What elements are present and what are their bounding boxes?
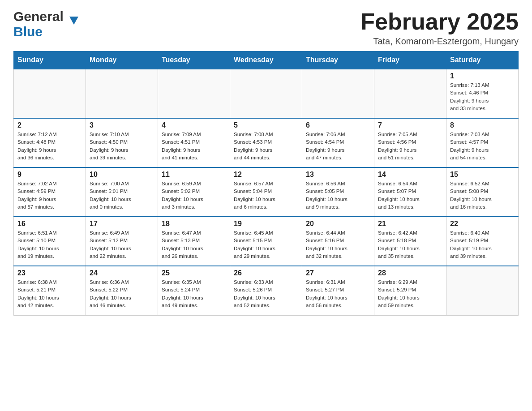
table-row: 11Sunrise: 6:59 AM Sunset: 5:02 PM Dayli… <box>158 167 230 217</box>
day-info: Sunrise: 6:45 AM Sunset: 5:15 PM Dayligh… <box>234 229 298 260</box>
table-row: 17Sunrise: 6:49 AM Sunset: 5:12 PM Dayli… <box>86 217 158 266</box>
day-number: 10 <box>90 171 154 179</box>
col-wednesday: Wednesday <box>230 51 302 69</box>
day-info: Sunrise: 6:57 AM Sunset: 5:04 PM Dayligh… <box>234 180 298 211</box>
logo-triangle-icon <box>69 17 78 25</box>
day-number: 3 <box>90 121 154 129</box>
day-info: Sunrise: 7:09 AM Sunset: 4:51 PM Dayligh… <box>162 131 226 162</box>
day-info: Sunrise: 6:49 AM Sunset: 5:12 PM Dayligh… <box>90 229 154 260</box>
day-number: 15 <box>450 171 515 179</box>
day-number: 4 <box>162 121 226 129</box>
table-row: 27Sunrise: 6:31 AM Sunset: 5:27 PM Dayli… <box>302 266 374 315</box>
col-sunday: Sunday <box>14 51 86 69</box>
table-row: 23Sunrise: 6:38 AM Sunset: 5:21 PM Dayli… <box>14 266 86 315</box>
table-row: 3Sunrise: 7:10 AM Sunset: 4:50 PM Daylig… <box>86 118 158 167</box>
day-info: Sunrise: 6:59 AM Sunset: 5:02 PM Dayligh… <box>162 180 226 211</box>
table-row: 26Sunrise: 6:33 AM Sunset: 5:26 PM Dayli… <box>230 266 302 315</box>
logo-blue-text: Blue <box>13 24 43 39</box>
table-row: 4Sunrise: 7:09 AM Sunset: 4:51 PM Daylig… <box>158 118 230 167</box>
day-number: 17 <box>90 220 154 228</box>
day-info: Sunrise: 6:40 AM Sunset: 5:19 PM Dayligh… <box>450 229 515 260</box>
day-info: Sunrise: 7:05 AM Sunset: 4:56 PM Dayligh… <box>378 131 442 162</box>
day-number: 1 <box>450 72 515 80</box>
table-row: 21Sunrise: 6:42 AM Sunset: 5:18 PM Dayli… <box>374 217 446 266</box>
day-number: 18 <box>162 220 226 228</box>
day-info: Sunrise: 7:00 AM Sunset: 5:01 PM Dayligh… <box>90 180 154 211</box>
table-row <box>158 69 230 118</box>
day-info: Sunrise: 6:36 AM Sunset: 5:22 PM Dayligh… <box>90 278 154 309</box>
title-area: February 2025 Tata, Komarom-Esztergom, H… <box>360 9 519 47</box>
table-row: 1Sunrise: 7:13 AM Sunset: 4:46 PM Daylig… <box>446 69 519 118</box>
day-info: Sunrise: 7:06 AM Sunset: 4:54 PM Dayligh… <box>306 131 370 162</box>
day-info: Sunrise: 6:35 AM Sunset: 5:24 PM Dayligh… <box>162 278 226 309</box>
col-monday: Monday <box>86 51 158 69</box>
month-year-title: February 2025 <box>360 9 519 34</box>
day-number: 22 <box>450 220 515 228</box>
table-row: 20Sunrise: 6:44 AM Sunset: 5:16 PM Dayli… <box>302 217 374 266</box>
table-row: 2Sunrise: 7:12 AM Sunset: 4:48 PM Daylig… <box>14 118 86 167</box>
table-row: 13Sunrise: 6:56 AM Sunset: 5:05 PM Dayli… <box>302 167 374 217</box>
table-row: 14Sunrise: 6:54 AM Sunset: 5:07 PM Dayli… <box>374 167 446 217</box>
day-number: 20 <box>306 220 370 228</box>
calendar-week-row: 23Sunrise: 6:38 AM Sunset: 5:21 PM Dayli… <box>14 266 519 315</box>
table-row: 10Sunrise: 7:00 AM Sunset: 5:01 PM Dayli… <box>86 167 158 217</box>
day-number: 27 <box>306 269 370 277</box>
day-number: 26 <box>234 269 298 277</box>
day-number: 21 <box>378 220 442 228</box>
table-row <box>302 69 374 118</box>
day-info: Sunrise: 7:12 AM Sunset: 4:48 PM Dayligh… <box>17 131 82 162</box>
table-row <box>86 69 158 118</box>
table-row: 24Sunrise: 6:36 AM Sunset: 5:22 PM Dayli… <box>86 266 158 315</box>
day-info: Sunrise: 6:33 AM Sunset: 5:26 PM Dayligh… <box>234 278 298 309</box>
day-info: Sunrise: 7:10 AM Sunset: 4:50 PM Dayligh… <box>90 131 154 162</box>
day-number: 19 <box>234 220 298 228</box>
table-row: 19Sunrise: 6:45 AM Sunset: 5:15 PM Dayli… <box>230 217 302 266</box>
table-row <box>374 69 446 118</box>
calendar-week-row: 16Sunrise: 6:51 AM Sunset: 5:10 PM Dayli… <box>14 217 519 266</box>
day-number: 28 <box>378 269 442 277</box>
day-info: Sunrise: 6:56 AM Sunset: 5:05 PM Dayligh… <box>306 180 370 211</box>
day-info: Sunrise: 6:44 AM Sunset: 5:16 PM Dayligh… <box>306 229 370 260</box>
day-number: 16 <box>17 220 82 228</box>
day-info: Sunrise: 6:52 AM Sunset: 5:08 PM Dayligh… <box>450 180 515 211</box>
day-number: 2 <box>17 121 82 129</box>
day-number: 25 <box>162 269 226 277</box>
table-row <box>230 69 302 118</box>
day-info: Sunrise: 6:54 AM Sunset: 5:07 PM Dayligh… <box>378 180 442 211</box>
day-info: Sunrise: 7:02 AM Sunset: 4:59 PM Dayligh… <box>17 180 82 211</box>
col-tuesday: Tuesday <box>158 51 230 69</box>
day-info: Sunrise: 6:47 AM Sunset: 5:13 PM Dayligh… <box>162 229 226 260</box>
calendar-table: Sunday Monday Tuesday Wednesday Thursday… <box>13 51 519 316</box>
day-info: Sunrise: 6:51 AM Sunset: 5:10 PM Dayligh… <box>17 229 82 260</box>
calendar-week-row: 2Sunrise: 7:12 AM Sunset: 4:48 PM Daylig… <box>14 118 519 167</box>
day-number: 5 <box>234 121 298 129</box>
table-row: 22Sunrise: 6:40 AM Sunset: 5:19 PM Dayli… <box>446 217 519 266</box>
table-row: 7Sunrise: 7:05 AM Sunset: 4:56 PM Daylig… <box>374 118 446 167</box>
calendar-week-row: 9Sunrise: 7:02 AM Sunset: 4:59 PM Daylig… <box>14 167 519 217</box>
table-row: 9Sunrise: 7:02 AM Sunset: 4:59 PM Daylig… <box>14 167 86 217</box>
day-number: 7 <box>378 121 442 129</box>
table-row: 5Sunrise: 7:08 AM Sunset: 4:53 PM Daylig… <box>230 118 302 167</box>
page-header: General Blue February 2025 Tata, Komarom… <box>13 9 519 47</box>
day-info: Sunrise: 6:31 AM Sunset: 5:27 PM Dayligh… <box>306 278 370 309</box>
day-info: Sunrise: 6:38 AM Sunset: 5:21 PM Dayligh… <box>17 278 82 309</box>
day-number: 23 <box>17 269 82 277</box>
day-info: Sunrise: 7:08 AM Sunset: 4:53 PM Dayligh… <box>234 131 298 162</box>
day-number: 9 <box>17 171 82 179</box>
table-row: 28Sunrise: 6:29 AM Sunset: 5:29 PM Dayli… <box>374 266 446 315</box>
day-number: 11 <box>162 171 226 179</box>
day-info: Sunrise: 7:03 AM Sunset: 4:57 PM Dayligh… <box>450 131 515 162</box>
table-row: 8Sunrise: 7:03 AM Sunset: 4:57 PM Daylig… <box>446 118 519 167</box>
day-info: Sunrise: 7:13 AM Sunset: 4:46 PM Dayligh… <box>450 81 515 112</box>
col-thursday: Thursday <box>302 51 374 69</box>
table-row <box>446 266 519 315</box>
svg-marker-0 <box>69 17 78 25</box>
col-friday: Friday <box>374 51 446 69</box>
table-row: 6Sunrise: 7:06 AM Sunset: 4:54 PM Daylig… <box>302 118 374 167</box>
day-number: 12 <box>234 171 298 179</box>
logo-general-text: General <box>13 9 64 24</box>
day-number: 24 <box>90 269 154 277</box>
day-number: 13 <box>306 171 370 179</box>
location-subtitle: Tata, Komarom-Esztergom, Hungary <box>360 36 519 47</box>
calendar-header-row: Sunday Monday Tuesday Wednesday Thursday… <box>14 51 519 69</box>
